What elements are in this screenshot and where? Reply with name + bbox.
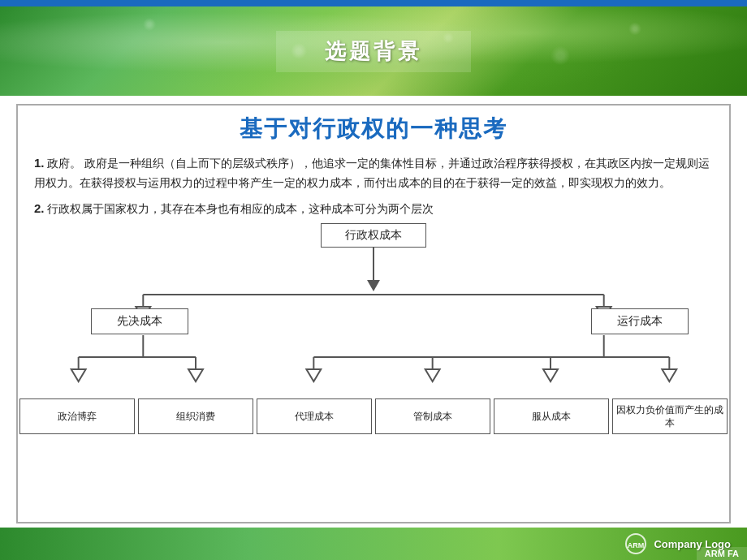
svg-marker-12 (188, 369, 203, 381)
main-content: 基于对行政权的一种思考 1. 政府。 政府是一种组织（自上而下的层级式秩序），他… (0, 96, 747, 528)
arm-fa-badge: ARM FA (697, 547, 747, 560)
bottom-boxes-row: 政治博弈 组织消费 代理成本 管制成本 服从成本 因权力负价值而产生的成本 (18, 398, 729, 434)
header-section: 选题背景 (0, 6, 747, 96)
bottom-box-5: 因权力负价值而产生的成本 (612, 398, 728, 434)
footer-bar: ARM Company Logo ARM FA (0, 528, 747, 560)
para2-num: 2. (34, 201, 45, 215)
box-prerequisite-cost: 先决成本 (91, 308, 188, 334)
paragraph-2: 2. 行政权属于国家权力，其存在本身也有相应的成本，这种成本可分为两个层次 (34, 198, 713, 219)
bottom-box-4: 服从成本 (494, 398, 609, 434)
svg-text:ARM: ARM (628, 541, 645, 549)
top-blue-bar (0, 0, 747, 6)
para1-num: 1. (34, 156, 45, 170)
box-admin-cost: 行政权成本 (321, 223, 426, 248)
para1-text: 政府。 政府是一种组织（自上而下的层级式秩序），他追求一定的集体性目标，并通过政… (34, 157, 710, 189)
svg-marker-1 (367, 280, 380, 291)
svg-marker-16 (306, 369, 321, 381)
slide-border: 基于对行政权的一种思考 1. 政府。 政府是一种组织（自上而下的层级式秩序），他… (16, 104, 731, 523)
para2-text: 行政权属于国家权力，其存在本身也有相应的成本，这种成本可分为两个层次 (47, 202, 434, 215)
svg-marker-10 (71, 369, 86, 381)
diagram-section: 行政权成本 先决成本 运行成本 政治博弈 组织消费 代理成本 (34, 223, 713, 434)
bottom-box-3: 管制成本 (375, 398, 490, 434)
svg-marker-18 (425, 369, 440, 381)
main-slide-title: 基于对行政权的一种思考 (34, 114, 713, 144)
box-operation-cost: 运行成本 (591, 308, 689, 334)
company-logo-icon: ARM (624, 532, 647, 555)
paragraph-1: 1. 政府。 政府是一种组织（自上而下的层级式秩序），他追求一定的集体性目标，并… (34, 153, 713, 193)
header-title: 选题背景 (325, 39, 422, 63)
header-title-box: 选题背景 (276, 31, 471, 72)
bottom-box-0: 政治博弈 (19, 398, 135, 434)
bottom-box-2: 代理成本 (257, 398, 372, 434)
svg-marker-20 (543, 369, 558, 381)
svg-marker-22 (662, 369, 676, 381)
bottom-box-1: 组织消费 (138, 398, 253, 434)
